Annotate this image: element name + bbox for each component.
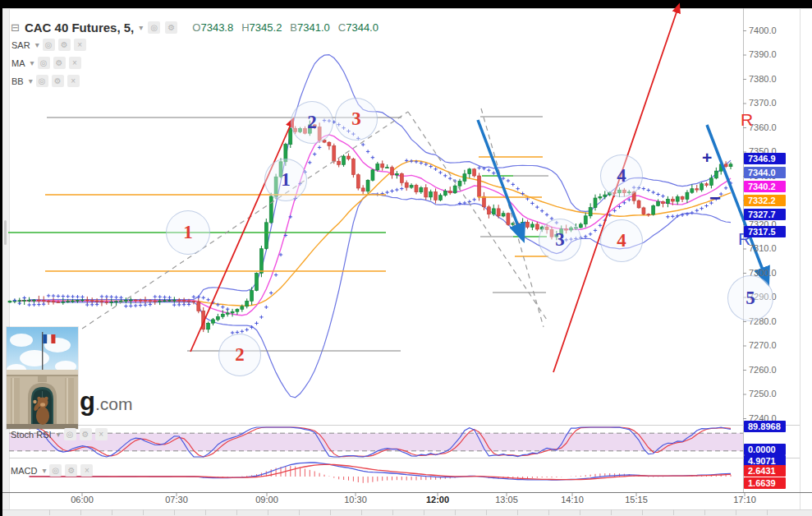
time-axis-label: 12:00 [420, 495, 456, 504]
eye-icon[interactable]: ◎ [43, 39, 55, 51]
indicator-name[interactable]: MA [11, 58, 25, 68]
price-label: 7317.5 [744, 226, 786, 237]
indicator-name[interactable]: MACD [11, 466, 37, 476]
wave-label-3[interactable]: 3 [335, 98, 378, 141]
close-label: C [338, 21, 346, 34]
label-overlay: 7400.07390.07380.07370.07360.07350.07340… [0, 0, 812, 516]
wave-label-2[interactable]: 2 [218, 334, 261, 376]
wave-label-2[interactable]: 2 [291, 101, 333, 144]
ohlc-readout: O7343.8 H7345.2 B7341.0 C7344.0 [192, 21, 378, 34]
time-axis-label: 07:30 [158, 495, 195, 504]
price-axis-tick: 7390.0 [749, 49, 777, 59]
gear-icon[interactable]: ⚙ [53, 57, 66, 69]
wave-label-3[interactable]: 3 [539, 219, 581, 261]
wave-label-4[interactable]: 4 [600, 219, 643, 262]
close-icon[interactable]: × [67, 75, 80, 87]
minus-mark[interactable]: − [709, 187, 721, 210]
gear-icon[interactable]: ⚙ [80, 428, 92, 440]
wave-label-5[interactable]: 5 [727, 275, 773, 321]
chevron-down-icon[interactable]: ▾ [57, 430, 61, 439]
time-axis-label: 17:10 [727, 495, 763, 504]
price-axis-tick: 7260.0 [749, 365, 777, 375]
eye-icon[interactable]: ◎ [38, 57, 50, 69]
wave-label-1[interactable]: 1 [264, 159, 307, 201]
price-label: 7327.7 [744, 209, 786, 220]
low-label: B [290, 21, 297, 34]
price-axis-tick: 7310.0 [749, 243, 777, 253]
indicator-name[interactable]: SAR [11, 40, 30, 50]
macd-value-label: 2.6431 [744, 465, 786, 477]
macd-value-label: 1.6639 [744, 477, 786, 489]
open-label: O [192, 21, 200, 34]
chevron-down-icon[interactable]: ▾ [30, 58, 34, 67]
indicator-row-sar: SAR ▾ ◎ ⚙ × [11, 39, 86, 51]
close-icon[interactable]: × [95, 428, 108, 440]
stoch-rsi-value-label: 89.8968 [744, 421, 786, 432]
low-value: 7341.0 [297, 21, 330, 34]
close-value: 7344.0 [346, 21, 378, 34]
close-icon[interactable]: × [80, 464, 93, 477]
price-axis-tick: 7380.0 [749, 74, 777, 84]
wave-label-1[interactable]: 1 [166, 210, 210, 255]
collapse-panel-icon[interactable]: ⊟ [11, 21, 20, 34]
eye-icon[interactable]: ◎ [64, 428, 76, 440]
time-axis-label: 06:00 [64, 495, 100, 504]
gear-icon[interactable]: ⚙ [65, 464, 77, 477]
eye-icon[interactable]: ◎ [148, 21, 160, 34]
price-label: 7340.2 [744, 181, 786, 192]
price-axis-tick: 7370.0 [749, 98, 777, 108]
open-value: 7343.8 [200, 21, 233, 34]
gear-icon[interactable]: ⚙ [165, 21, 177, 34]
price-axis-tick: 7250.0 [749, 389, 777, 399]
chevron-down-icon[interactable]: ▾ [42, 466, 46, 475]
high-value: 7345.2 [250, 21, 282, 34]
wave-label-4[interactable]: 4 [600, 154, 643, 197]
indicator-name[interactable]: BB [11, 76, 24, 86]
indicator-row-stoch-rsi: Stoch RSI ▾ ◎ ⚙ × [11, 428, 108, 440]
time-axis-label: 09:00 [249, 495, 285, 504]
price-label: 7346.9 [744, 153, 786, 164]
indicator-row-macd: MACD ▾ ◎ ⚙ × [11, 464, 93, 477]
time-axis-label: 15:15 [618, 495, 654, 504]
high-label: H [241, 21, 249, 34]
time-axis-label: 10:30 [337, 495, 374, 504]
plus-mark[interactable]: + [702, 148, 712, 168]
chevron-down-icon[interactable]: ▾ [35, 40, 39, 49]
trading-chart-window: g.com [0, 0, 812, 516]
time-axis-label: 14:10 [554, 495, 590, 504]
indicator-name[interactable]: Stoch RSI [11, 430, 52, 440]
stoch-rsi-value-label: 0.0000 [744, 444, 786, 455]
chevron-down-icon[interactable]: ▾ [29, 76, 33, 85]
symbol-title[interactable]: CAC 40 Futures, 5, [25, 21, 134, 35]
gear-icon[interactable]: ⚙ [58, 39, 71, 51]
indicator-row-ma: MA ▾ ◎ ⚙ × [11, 57, 81, 69]
chart-legend: ⊟ CAC 40 Futures, 5, ▾ ◎ ⚙ O7343.8 H7345… [11, 21, 378, 35]
resistance-mark-red[interactable]: R [741, 110, 753, 130]
chevron-down-icon[interactable]: ▾ [139, 23, 143, 32]
gear-icon[interactable]: ⚙ [52, 75, 64, 87]
price-axis-tick: 7270.0 [749, 340, 777, 350]
price-label: 7332.2 [744, 195, 786, 206]
close-icon[interactable]: × [74, 39, 86, 51]
eye-icon[interactable]: ◎ [49, 464, 62, 477]
time-axis-label: 13:05 [489, 495, 525, 504]
close-icon[interactable]: × [69, 57, 81, 69]
price-label: 7344.0 [744, 167, 786, 178]
eye-icon[interactable]: ◎ [36, 75, 48, 87]
indicator-row-bb: BB ▾ ◎ ⚙ × [11, 75, 80, 87]
price-axis-tick: 7400.0 [749, 25, 777, 35]
